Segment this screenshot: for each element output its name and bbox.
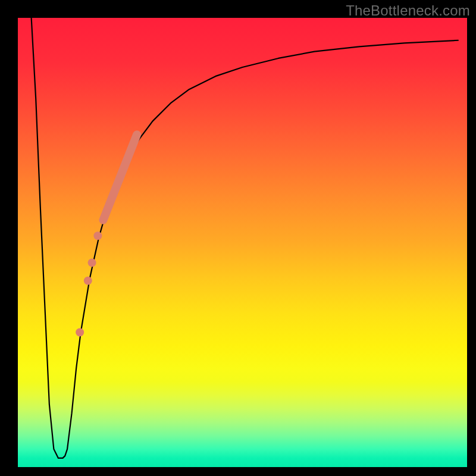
highlighted-point bbox=[93, 231, 102, 240]
watermark-text: TheBottleneck.com bbox=[346, 2, 470, 19]
highlighted-point bbox=[84, 277, 92, 285]
highlighted-points-group bbox=[76, 231, 102, 336]
highlighted-point bbox=[76, 328, 84, 337]
highlighted-point bbox=[88, 258, 96, 267]
chart-overlay-svg bbox=[18, 18, 467, 467]
highlighted-curve-segment bbox=[103, 134, 137, 220]
chart-plot-area bbox=[18, 18, 467, 467]
